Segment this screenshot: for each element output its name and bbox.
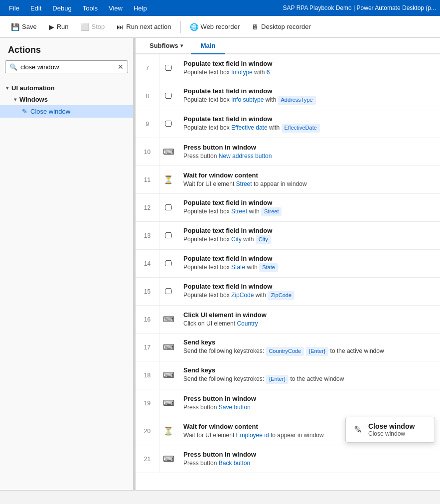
content-area: Subflows ▾ Main 7 🖵 Populate text field … — [136, 38, 440, 490]
run-next-label: Run next action — [126, 23, 171, 30]
step-content: Click UI element in window Click on UI e… — [177, 306, 440, 333]
menu-tools[interactable]: Tools — [78, 2, 103, 14]
save-label: Save — [22, 23, 37, 30]
table-row[interactable]: 17 ⌨ Send keys Send the following keystr… — [136, 334, 440, 361]
menu-view[interactable]: View — [104, 2, 128, 14]
menu-help[interactable]: Help — [129, 2, 152, 14]
step-title: Press button in window — [183, 451, 434, 458]
step-number: 18 — [136, 361, 159, 389]
status-bar — [0, 490, 440, 504]
subflows-tab-label: Subflows — [149, 42, 178, 49]
table-row[interactable]: 15 🖵 Populate text field in window Popul… — [136, 278, 440, 306]
desktop-recorder-button[interactable]: 🖥 Desktop recorder — [247, 20, 316, 33]
tree-section-label: UI automation — [11, 84, 55, 92]
menu-file[interactable]: File — [4, 2, 24, 14]
step-title: Populate text field in window — [183, 60, 434, 67]
table-row[interactable]: 10 ⌨ Press button in window Press button… — [136, 138, 440, 166]
sidebar-title: Actions — [0, 38, 133, 60]
step-title: Press button in window — [183, 395, 434, 402]
step-tag: ZipCode — [268, 291, 294, 300]
step-desc: Send the following keystrokes: CountryCo… — [183, 347, 434, 355]
table-row[interactable]: 14 🖵 Populate text field in window Popul… — [136, 250, 440, 278]
step-var: State — [231, 264, 245, 271]
table-row[interactable]: 11 ⏳ Wait for window content Wait for UI… — [136, 166, 440, 194]
menu-edit[interactable]: Edit — [25, 2, 46, 14]
step-content: Press button in window Press button New … — [177, 138, 440, 166]
step-desc: Send the following keystrokes: {Enter} t… — [183, 375, 434, 383]
step-var: Info subtype — [231, 96, 264, 103]
window-icon: 🖵 — [159, 250, 177, 277]
step-content: Populate text field in window Populate t… — [177, 110, 440, 138]
tabs-bar: Subflows ▾ Main — [136, 38, 440, 54]
table-row[interactable]: 21 ⌨ Press button in window Press button… — [136, 445, 440, 473]
step-content: Send keys Send the following keystrokes:… — [177, 361, 440, 389]
step-content: Populate text field in window Populate t… — [177, 194, 440, 221]
step-title: Populate text field in window — [183, 87, 434, 95]
tooltip-title: Close window — [368, 422, 415, 430]
tree-subsection-label: Windows — [19, 96, 48, 103]
table-row[interactable]: 13 🖵 Populate text field in window Popul… — [136, 222, 440, 250]
web-recorder-label: Web recorder — [201, 23, 240, 30]
step-desc: Populate text box State with State — [183, 263, 434, 272]
tab-subflows[interactable]: Subflows ▾ — [142, 38, 191, 53]
step-number: 19 — [136, 389, 159, 417]
save-button[interactable]: 💾 Save — [6, 20, 42, 33]
search-icon: 🔍 — [9, 63, 17, 71]
step-content: Populate text field in window Populate t… — [177, 278, 440, 305]
step-desc: Populate text box Infotype with 6 — [183, 68, 434, 77]
menu-bar: File Edit Debug Tools View Help SAP RPA … — [0, 0, 440, 16]
run-next-button[interactable]: ⏭ Run next action — [112, 20, 176, 33]
web-recorder-button[interactable]: 🌐 Web recorder — [185, 20, 245, 33]
sidebar-item-close-window[interactable]: ✎ Close window — [0, 105, 133, 118]
stop-button[interactable]: ⬜ Stop — [76, 20, 110, 33]
tooltip-text-group: Close window Close window — [368, 422, 415, 437]
tree-subsection-header-windows[interactable]: ▾ Windows — [0, 94, 133, 105]
table-row[interactable]: 16 ⌨ Click UI element in window Click on… — [136, 306, 440, 334]
window-icon: 🖵 — [159, 222, 177, 249]
table-row[interactable]: 19 ⌨ Press button in window Press button… — [136, 389, 440, 417]
step-var: Infotype — [231, 69, 253, 76]
wait-icon: ⏳ — [159, 166, 177, 193]
keys-icon: ⌨ — [159, 361, 177, 389]
run-button[interactable]: ▶ Run — [44, 20, 74, 33]
table-row[interactable]: 18 ⌨ Send keys Send the following keystr… — [136, 361, 440, 389]
step-number: 8 — [136, 82, 159, 110]
toolbar: 💾 Save ▶ Run ⬜ Stop ⏭ Run next action 🌐 … — [0, 16, 440, 38]
step-desc: Populate text box Street with Street — [183, 207, 434, 216]
step-desc: Click on UI element Country — [183, 320, 434, 328]
step-number: 7 — [136, 54, 159, 82]
window-icon: 🖵 — [159, 82, 177, 110]
step-desc: Press button Back button — [183, 459, 434, 468]
step-number: 12 — [136, 194, 159, 221]
tree-section-header-ui-automation[interactable]: ▾ UI automation — [0, 82, 133, 94]
search-input[interactable] — [20, 63, 118, 71]
button-icon: ⌨ — [159, 389, 177, 417]
step-tag: CountryCode — [266, 347, 304, 355]
window-icon: 🖵 — [159, 54, 177, 82]
table-row[interactable]: 7 🖵 Populate text field in window Popula… — [136, 54, 440, 82]
step-desc: Populate text box ZipCode with ZipCode — [183, 291, 434, 300]
step-title: Send keys — [183, 338, 434, 346]
step-var: Employee id — [236, 432, 269, 439]
step-title: Populate text field in window — [183, 255, 434, 262]
table-row[interactable]: 12 🖵 Populate text field in window Popul… — [136, 194, 440, 222]
step-content: Send keys Send the following keystrokes:… — [177, 334, 440, 361]
step-number: 11 — [136, 166, 159, 193]
table-row[interactable]: 8 🖵 Populate text field in window Popula… — [136, 82, 440, 110]
sidebar-tree: ▾ UI automation ▾ Windows ✎ Close window — [0, 78, 133, 122]
wait-icon: ⏳ — [159, 417, 177, 445]
close-window-tooltip[interactable]: ✎ Close window Close window — [345, 417, 435, 443]
table-row[interactable]: 9 🖵 Populate text field in window Popula… — [136, 110, 440, 138]
chevron-down-icon-2: ▾ — [14, 97, 16, 102]
step-tag: AddressType — [278, 96, 315, 104]
step-content: Press button in window Press button Back… — [177, 445, 440, 473]
step-title: Populate text field in window — [183, 283, 434, 290]
tab-main[interactable]: Main — [191, 38, 226, 54]
window-icon: 🖵 — [159, 110, 177, 138]
menu-items: File Edit Debug Tools View Help — [4, 2, 283, 14]
step-tag: EffectiveDate — [282, 124, 320, 132]
step-tag: {Enter} — [266, 375, 289, 383]
menu-debug[interactable]: Debug — [47, 2, 76, 14]
search-clear-icon[interactable]: ✕ — [118, 63, 124, 71]
search-box[interactable]: 🔍 ✕ — [5, 60, 128, 73]
